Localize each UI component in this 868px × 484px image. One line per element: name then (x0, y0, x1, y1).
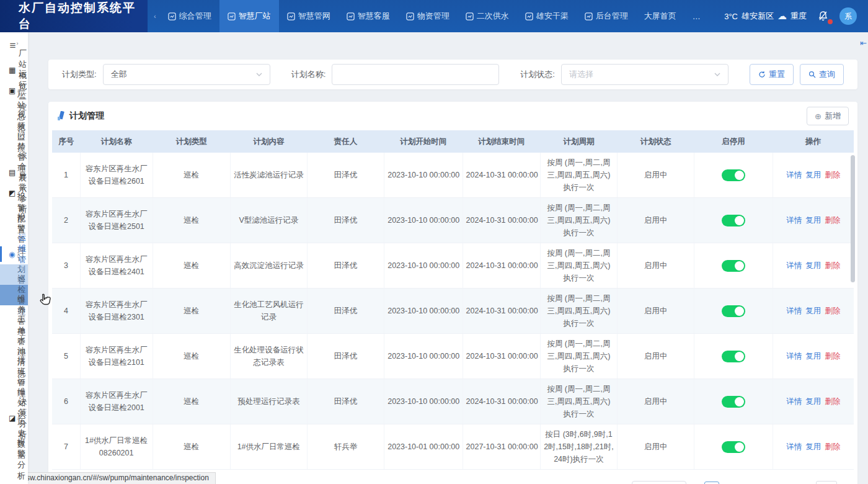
delete-link[interactable]: 删除 (825, 216, 840, 225)
copy-link[interactable]: 复用 (805, 171, 821, 179)
page-number-4[interactable]: 4 (760, 482, 775, 484)
nav-item-label: 后台管理 (596, 11, 628, 22)
cell-content: V型滤池运行记录 (230, 198, 307, 243)
cell-content: 高效沉淀池运行记录 (230, 243, 307, 289)
top-navbar: 水厂自动控制系统平台 ‹ 综合管理智慧厂站智慧管网智慧客服物资管理二次供水雄安干… (0, 0, 868, 32)
detail-link[interactable]: 详情 (786, 397, 802, 406)
cell-actions: 详情复用删除 (773, 198, 854, 243)
xiongan-canal-icon (525, 12, 533, 20)
page-numbers: 1234 (704, 482, 775, 484)
cell-toggle (694, 243, 773, 289)
cell-owner: 田泽优 (307, 153, 384, 198)
cell-start-time: 2023-10-10 00:00:00 (384, 153, 463, 198)
delete-link[interactable]: 删除 (825, 442, 840, 451)
copy-link[interactable]: 复用 (805, 397, 821, 406)
cell-start-time: 2023-10-10 00:00:00 (384, 379, 463, 424)
detail-link[interactable]: 详情 (786, 307, 802, 315)
delete-link[interactable]: 删除 (825, 397, 840, 406)
content-fold-icon[interactable]: ⇤ (860, 38, 867, 48)
delete-link[interactable]: 删除 (825, 171, 840, 179)
table-row: 4容东片区再生水厂设备日巡检2301巡检生化池工艺风机运行记录田泽优2023-1… (52, 289, 854, 334)
cell-actions: 详情复用删除 (773, 334, 854, 379)
nav-item-smart-pipe-network[interactable]: 智慧管网 (279, 0, 339, 32)
search-button[interactable]: 查询 (800, 64, 844, 85)
delete-link[interactable]: 删除 (825, 307, 840, 315)
delete-link[interactable]: 删除 (825, 261, 840, 270)
nav-item-secondary-water-supply[interactable]: 二次供水 (458, 0, 517, 32)
cell-content: 活性炭滤池运行记录 (230, 153, 307, 198)
cell-end-time: 2024-10-31 00:00:00 (463, 153, 540, 198)
user-avatar[interactable]: 系 (839, 7, 857, 25)
cell-name: 容东片区再生水厂设备日巡检2101 (80, 334, 153, 379)
copy-link[interactable]: 复用 (805, 307, 821, 315)
detail-link[interactable]: 详情 (786, 261, 802, 270)
nav-item-xiongan-canal[interactable]: 雄安干渠 (517, 0, 577, 32)
sidebar-item-alarm-analysis[interactable]: 报警分析 (0, 449, 28, 469)
cell-start-time: 2023-10-10 00:00:00 (384, 289, 463, 334)
panel-header: 计划管理 ⊕ 新增 (52, 102, 854, 130)
goto-page-input[interactable] (816, 481, 837, 484)
navbar-right: 3°C 雄安新区 ☁ 重度 系 (724, 0, 868, 32)
operation-maintenance-icon: ◉ (9, 250, 15, 259)
nav-menu: 综合管理智慧厂站智慧管网智慧客服物资管理二次供水雄安干渠后台管理大屏首页… (160, 0, 725, 32)
nav-item-label: 大屏首页 (644, 11, 676, 22)
enable-toggle-on[interactable] (722, 215, 745, 226)
table-row: 1容东片区再生水厂设备日巡检2601巡检活性炭滤池运行记录田泽优2023-10-… (52, 153, 854, 198)
nav-item-smart-customer-service[interactable]: 智慧客服 (339, 0, 398, 32)
cell-actions: 详情复用删除 (773, 153, 854, 198)
filter-buttons: 重置 查询 (750, 64, 844, 85)
nav-item-label: 智慧客服 (358, 11, 390, 22)
cell-content: 生化处理设备运行状态记录表 (230, 334, 307, 379)
nav-item-backend-management[interactable]: 后台管理 (577, 0, 636, 32)
plan-status-label: 计划状态: (520, 69, 555, 80)
detail-link[interactable]: 详情 (786, 442, 802, 451)
logo-collapse-arrow[interactable]: ‹ (148, 0, 160, 32)
detail-link[interactable]: 详情 (786, 216, 802, 225)
cell-owner: 田泽优 (307, 334, 384, 379)
enable-toggle-on[interactable] (722, 260, 745, 272)
cell-no: 7 (52, 424, 80, 470)
add-button[interactable]: ⊕ 新增 (807, 107, 849, 125)
detail-link[interactable]: 详情 (786, 171, 802, 179)
copy-link[interactable]: 复用 (805, 261, 821, 270)
anomaly-diagnosis-icon: ◩ (9, 189, 16, 197)
nav-item-big-screen-home[interactable]: 大屏首页 (636, 0, 684, 32)
nav-item-more[interactable]: … (684, 0, 709, 32)
copy-link[interactable]: 复用 (805, 352, 821, 361)
search-icon (808, 71, 816, 78)
copy-link[interactable]: 复用 (805, 216, 821, 225)
notification-badge (828, 19, 833, 24)
reset-button[interactable]: 重置 (750, 64, 794, 85)
enable-toggle-on[interactable] (722, 351, 745, 362)
table-scrollbar-thumb[interactable] (851, 155, 855, 282)
cell-owner: 田泽优 (307, 243, 384, 289)
enable-toggle-on[interactable] (722, 305, 745, 317)
plan-name-input[interactable] (332, 64, 499, 85)
column-header: 计划结束时间 (463, 130, 540, 153)
page-number-3[interactable]: 3 (742, 482, 756, 484)
column-header: 计划开始时间 (384, 130, 463, 153)
page-size-select[interactable]: 15条/页 (632, 481, 686, 484)
nav-item-label: 智慧厂站 (239, 11, 271, 22)
smart-plant-icon (228, 12, 236, 20)
delete-link[interactable]: 删除 (825, 352, 840, 361)
enable-toggle-on[interactable] (722, 396, 745, 408)
notification-bell-icon[interactable] (818, 11, 828, 22)
nav-item-materials-management[interactable]: 物资管理 (398, 0, 458, 32)
nav-item-smart-plant[interactable]: 智慧厂站 (219, 0, 279, 32)
enable-toggle-on[interactable] (722, 441, 745, 453)
station-overview-icon: ▦ (9, 66, 16, 74)
plan-status-select[interactable]: 请选择 (561, 64, 728, 85)
enable-toggle-on[interactable] (722, 169, 745, 181)
plan-type-select[interactable]: 全部 (103, 64, 270, 85)
copy-link[interactable]: 复用 (805, 442, 821, 451)
page-number-1[interactable]: 1 (704, 482, 719, 484)
nav-item-integrated-management[interactable]: 综合管理 (160, 0, 219, 32)
plus-circle-icon: ⊕ (815, 112, 822, 121)
cell-toggle (694, 334, 773, 379)
detail-link[interactable]: 详情 (786, 352, 802, 361)
cell-status: 启用中 (618, 198, 694, 243)
column-header: 序号 (52, 130, 80, 153)
chevron-down-icon (256, 73, 262, 76)
page-number-2[interactable]: 2 (723, 482, 738, 484)
